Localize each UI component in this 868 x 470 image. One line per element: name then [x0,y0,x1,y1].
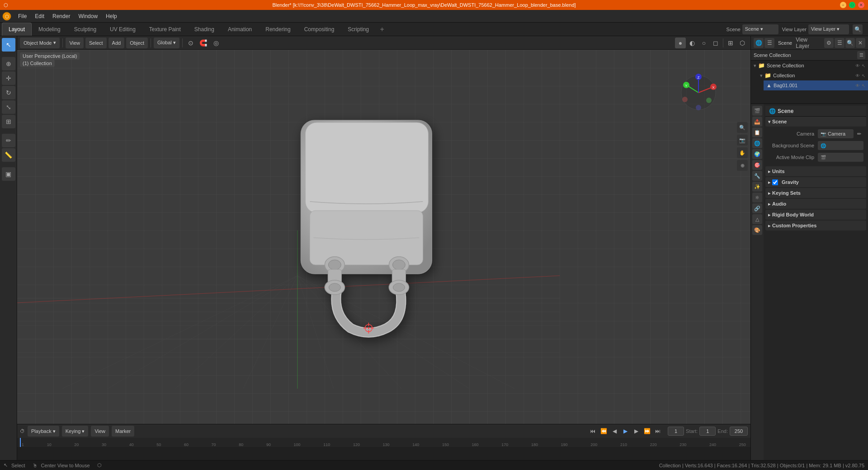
rp-scene-icon[interactable]: 🌐 [754,38,764,48]
object-mode-dropdown[interactable]: Object Mode ▾ [20,38,60,48]
zoom-out-button[interactable]: 🔍 [737,122,748,133]
tab-modeling[interactable]: Modeling [32,23,67,36]
menu-help[interactable]: Help [102,12,121,20]
viewport-shading-solid[interactable]: ● [675,38,686,48]
prop-modifier-btn[interactable]: 🔧 [752,171,762,181]
add-menu[interactable]: Add [108,38,125,48]
tool-move[interactable]: ✛ [2,71,15,85]
viewport-shading-rendered[interactable]: ○ [698,38,709,48]
units-section-header[interactable]: ▸ Units [765,166,866,176]
prop-object-btn[interactable]: 🎯 [752,160,762,170]
tool-rotate[interactable]: ↻ [2,86,15,99]
global-dropdown[interactable]: Global ▾ [154,38,179,48]
step-back-button[interactable]: ◀ [610,427,619,436]
proportional-icon[interactable]: ◎ [211,38,222,48]
prop-scene-btn[interactable]: 🌐 [752,138,762,148]
overlay-toggle[interactable]: ⊞ [725,38,736,48]
prop-world-btn[interactable]: 🌍 [752,149,762,159]
custom-properties-header[interactable]: ▸ Custom Properties [765,221,866,230]
tool-cursor[interactable]: ⊕ [2,57,15,70]
playback-menu[interactable]: Playback ▾ [28,426,59,437]
rp-settings-icon[interactable]: ⚙ [824,38,834,48]
tab-sculpting[interactable]: Sculpting [67,23,103,36]
rp-filter-icon[interactable]: ☰ [764,38,774,48]
tool-select[interactable]: ↖ [2,38,15,52]
tab-layout[interactable]: Layout [2,23,32,36]
tab-scripting[interactable]: Scripting [341,23,376,36]
tab-shading[interactable]: Shading [188,23,221,36]
bag-eye-icon[interactable]: 👁 [855,83,860,88]
rigid-body-section-header[interactable]: ▸ Rigid Body World [765,210,866,220]
active-movie-clip-value[interactable]: 🎬 [818,153,863,162]
bag-cursor-icon[interactable]: ↖ [862,83,865,88]
jump-back-button[interactable]: ⏪ [599,427,608,436]
camera-view-button[interactable]: 📷 [737,135,748,146]
prop-material-btn[interactable]: 🎨 [752,225,762,235]
outliner-bag-object[interactable]: ▲ Bag01.001 👁 ↖ [764,80,868,90]
camera-edit-btn[interactable]: ✏ [854,129,863,138]
menu-render[interactable]: Render [49,12,74,20]
view-layer-selector[interactable]: View Layer ▾ [808,24,849,34]
keying-sets-header[interactable]: ▸ Keying Sets [765,188,866,198]
gravity-checkbox[interactable] [772,179,778,185]
view-menu[interactable]: View [66,38,84,48]
close-button[interactable]: ✕ [858,2,864,8]
maximize-button[interactable]: □ [849,2,855,8]
tool-scale[interactable]: ⤡ [2,100,15,114]
marker-menu[interactable]: Marker [112,426,134,437]
grab-tool[interactable]: ✋ [737,147,748,158]
collection-eye-icon[interactable]: 👁 [855,73,860,78]
camera-value[interactable]: 📷Camera [818,129,854,138]
pivot-icon[interactable]: ⊙ [185,38,196,48]
add-workspace-button[interactable]: + [376,23,388,36]
background-scene-value[interactable]: 🌐 [818,141,863,150]
prop-physics-btn[interactable]: ⚛ [752,193,762,202]
step-forward-button[interactable]: ▶ [632,427,641,436]
prop-output-btn[interactable]: 📤 [752,117,762,127]
view-menu-tl[interactable]: View [91,426,109,437]
outliner-scene-collection[interactable]: ▾ 📁 Scene Collection 👁 ↖ [751,61,868,70]
scene-section-header[interactable]: ▾ Scene [765,117,866,127]
prop-particles-btn[interactable]: ✨ [752,182,762,192]
tool-measure[interactable]: 📏 [2,148,15,162]
minimize-button[interactable]: − [840,2,846,8]
tool-add[interactable]: ▣ [2,167,15,181]
end-frame-input[interactable] [730,427,748,436]
scene-selector[interactable]: Scene ▾ [742,24,778,34]
object-menu[interactable]: Object [126,38,148,48]
audio-section-header[interactable]: ▸ Audio [765,199,866,209]
outliner-collection[interactable]: ▾ 📁 Collection 👁 ↖ [757,70,868,80]
xray-toggle[interactable]: ⬡ [737,38,748,48]
prop-data-btn[interactable]: △ [752,214,762,224]
goto-end-button[interactable]: ⏭ [653,427,662,436]
tab-uv-editing[interactable]: UV Editing [103,23,142,36]
prop-constraints-btn[interactable]: 🔗 [752,203,762,213]
current-frame-input[interactable] [668,427,684,436]
jump-forward-button[interactable]: ⏩ [642,427,651,436]
menu-window[interactable]: Window [75,12,101,20]
rp-x-icon[interactable]: ✕ [856,38,865,48]
tab-animation[interactable]: Animation [221,23,259,36]
search-button[interactable]: 🔍 [853,24,863,34]
viewport-3d[interactable]: User Perspective (Local) (1) Collection … [17,50,750,424]
zoom-in-button[interactable]: ⊕ [737,160,748,171]
viewport-shading-wireframe[interactable]: ◻ [710,38,721,48]
menu-file[interactable]: File [14,12,30,20]
eye-icon[interactable]: 👁 [855,63,860,68]
cursor-icon[interactable]: ↖ [862,63,865,68]
goto-start-button[interactable]: ⏮ [588,427,597,436]
start-frame-input[interactable] [699,427,716,436]
collection-cursor-icon[interactable]: ↖ [862,73,865,78]
prop-view-layer-btn[interactable]: 📋 [752,127,762,137]
tab-texture-paint[interactable]: Texture Paint [142,23,188,36]
tab-rendering[interactable]: Rendering [259,23,297,36]
select-menu[interactable]: Select [85,38,107,48]
tab-compositing[interactable]: Compositing [297,23,341,36]
snap-icon[interactable]: 🧲 [198,38,209,48]
tool-transform[interactable]: ⊞ [2,115,15,128]
play-button[interactable]: ▶ [621,427,630,436]
navigation-gizmo[interactable]: X Y Z [678,72,719,113]
timeline-icon[interactable]: ⏱ [20,428,25,434]
viewport-shading-material[interactable]: ◐ [687,38,698,48]
keying-menu[interactable]: Keying ▾ [62,426,89,437]
